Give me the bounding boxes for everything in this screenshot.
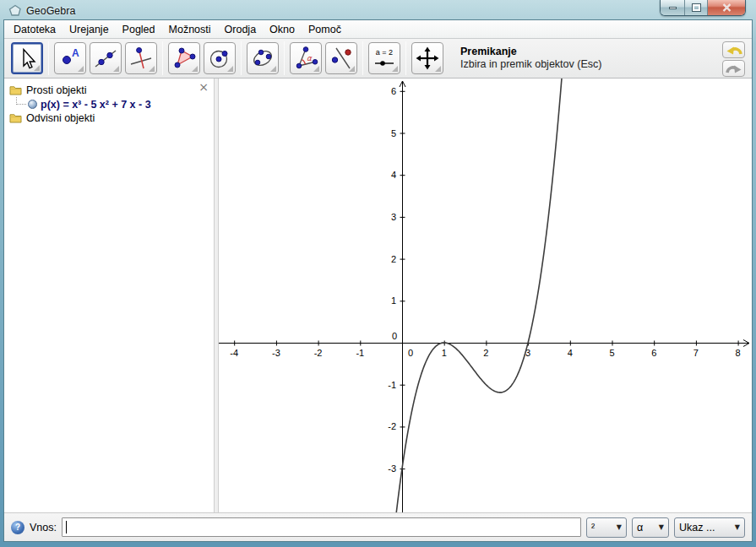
tool-dropdown-icon[interactable] — [270, 66, 276, 72]
graphics-view[interactable]: -4-3-2-112345678-3-2-112345600 — [219, 79, 752, 512]
slider-icon-label: a = 2 — [376, 48, 393, 57]
tool-dropdown-icon[interactable] — [313, 66, 319, 72]
command-input[interactable] — [62, 517, 581, 537]
geogebra-logo-icon — [8, 4, 22, 17]
tool-perpendicular-line-button[interactable] — [125, 42, 157, 74]
menu-item-moznosti[interactable]: Možnosti — [162, 22, 218, 37]
tool-help-title: Premikanje — [460, 46, 601, 58]
menu-bar: Datoteka Urejanje Pogled Možnosti Orodja… — [4, 20, 752, 39]
toolbar-separator — [284, 41, 285, 75]
command-list-dropdown[interactable]: Ukaz ... ▼ — [674, 517, 745, 538]
y-tick-label: 4 — [391, 170, 396, 180]
input-help-button[interactable]: ? — [11, 521, 24, 534]
undo-redo-group — [722, 41, 745, 77]
y-tick-label: -1 — [388, 380, 396, 390]
menu-item-pomoc[interactable]: Pomoč — [302, 22, 348, 37]
y-zero-label: 0 — [392, 331, 397, 341]
x-tick-label: 8 — [736, 348, 741, 358]
tool-dropdown-icon[interactable] — [34, 65, 40, 71]
x-tick-label: -3 — [272, 348, 280, 358]
geogebra-window: GeoGebra Datoteka Urejanje Pogled Možnos… — [0, 0, 756, 547]
text-caret — [66, 521, 67, 533]
x-tick-label: 6 — [651, 348, 656, 358]
redo-arrow-icon — [726, 62, 742, 75]
toolbar-separator — [162, 41, 163, 75]
close-icon — [722, 3, 732, 12]
tool-line-button[interactable] — [90, 42, 122, 74]
tool-dropdown-icon[interactable] — [192, 66, 198, 72]
title-bar[interactable]: GeoGebra — [3, 0, 753, 19]
input-label: Vnos: — [30, 522, 57, 533]
minimize-button[interactable] — [661, 0, 685, 15]
x-tick-label: 4 — [568, 348, 573, 358]
x-zero-label: 0 — [408, 348, 413, 358]
tool-dropdown-icon[interactable] — [435, 66, 441, 72]
tool-bar: A — [4, 39, 752, 79]
chevron-down-icon: ▼ — [617, 523, 622, 531]
algebra-item-row[interactable]: p(x) = x³ - 5 x² + 7 x - 3 — [4, 97, 214, 111]
menu-item-okno[interactable]: Okno — [263, 22, 302, 37]
tool-dropdown-icon[interactable] — [78, 66, 84, 72]
greek-letter-dropdown[interactable]: α ▼ — [632, 517, 669, 538]
algebra-section-free[interactable]: Prosti objekti — [4, 84, 214, 97]
window-title: GeoGebra — [26, 5, 75, 17]
maximize-button[interactable] — [685, 0, 708, 15]
active-tool-help: Premikanje Izbira in premik objektov (Es… — [460, 46, 601, 71]
toolbar-separator — [362, 41, 363, 75]
svg-text:A: A — [72, 47, 79, 59]
question-mark-icon: ? — [15, 523, 20, 532]
undo-arrow-icon — [726, 44, 742, 57]
tool-circle-button[interactable] — [204, 42, 236, 74]
tool-dropdown-icon[interactable] — [227, 66, 233, 72]
algebra-section-label: Prosti objekti — [26, 84, 87, 96]
x-tick-label: 1 — [442, 348, 447, 358]
tool-point-button[interactable]: A — [54, 42, 86, 74]
svg-text:α: α — [307, 54, 313, 62]
algebra-item-definition[interactable]: p(x) = x³ - 5 x² + 7 x - 3 — [41, 99, 151, 111]
chevron-down-icon: ▼ — [659, 523, 664, 531]
algebra-close-button[interactable]: × — [199, 82, 209, 92]
tool-move-button[interactable] — [11, 42, 43, 74]
close-button[interactable] — [708, 0, 745, 15]
tool-dropdown-icon[interactable] — [149, 66, 155, 72]
algebra-section-dependent[interactable]: Odvisni objekti — [4, 111, 214, 125]
menu-item-datoteka[interactable]: Datoteka — [7, 22, 63, 37]
y-tick-label: -3 — [388, 463, 396, 474]
menu-item-pogled[interactable]: Pogled — [116, 22, 162, 37]
menu-item-orodja[interactable]: Orodja — [218, 22, 264, 37]
tool-reflection-button[interactable] — [325, 42, 357, 74]
tool-dropdown-icon[interactable] — [349, 66, 355, 72]
tool-angle-button[interactable]: α — [290, 42, 322, 74]
object-visibility-marble-icon[interactable] — [28, 100, 37, 109]
function-graph-svg: -4-3-2-112345678-3-2-112345600 — [219, 79, 752, 512]
undo-button[interactable] — [722, 41, 745, 58]
toolbar-separator — [405, 41, 406, 75]
tool-polygon-button[interactable] — [168, 42, 200, 74]
input-bar: ? Vnos: ² ▼ α ▼ Ukaz ... ▼ — [4, 512, 752, 541]
tool-slider-button[interactable]: a = 2 — [368, 42, 400, 74]
y-tick-label: -2 — [388, 421, 396, 431]
tool-help-subtitle: Izbira in premik objektov (Esc) — [460, 58, 601, 71]
tree-connector — [16, 97, 26, 105]
redo-button[interactable] — [722, 60, 745, 77]
folder-icon — [9, 85, 22, 95]
folder-icon — [9, 113, 22, 123]
x-tick-label: -1 — [356, 348, 364, 358]
command-input-wrap — [62, 517, 581, 537]
tool-move-graphics-view-button[interactable] — [411, 42, 443, 74]
app-frame: Datoteka Urejanje Pogled Možnosti Orodja… — [3, 19, 753, 542]
chevron-down-icon: ▼ — [735, 523, 740, 531]
x-tick-label: 7 — [693, 348, 699, 358]
tool-dropdown-icon[interactable] — [392, 66, 398, 72]
x-tick-label: 2 — [483, 348, 488, 358]
window-controls — [660, 0, 746, 16]
tool-dropdown-icon[interactable] — [113, 66, 119, 72]
algebra-section-label: Odvisni objekti — [26, 112, 95, 124]
tool-ellipse-button[interactable] — [247, 42, 279, 74]
exponent-dropdown[interactable]: ² ▼ — [586, 517, 627, 538]
menu-item-urejanje[interactable]: Urejanje — [63, 22, 116, 37]
main-area: × Prosti objekti p(x) = x³ - 5 x² + 7 x … — [4, 79, 752, 512]
y-tick-label: 5 — [391, 128, 396, 138]
maximize-icon — [693, 4, 700, 11]
toolbar-separator — [48, 41, 49, 75]
